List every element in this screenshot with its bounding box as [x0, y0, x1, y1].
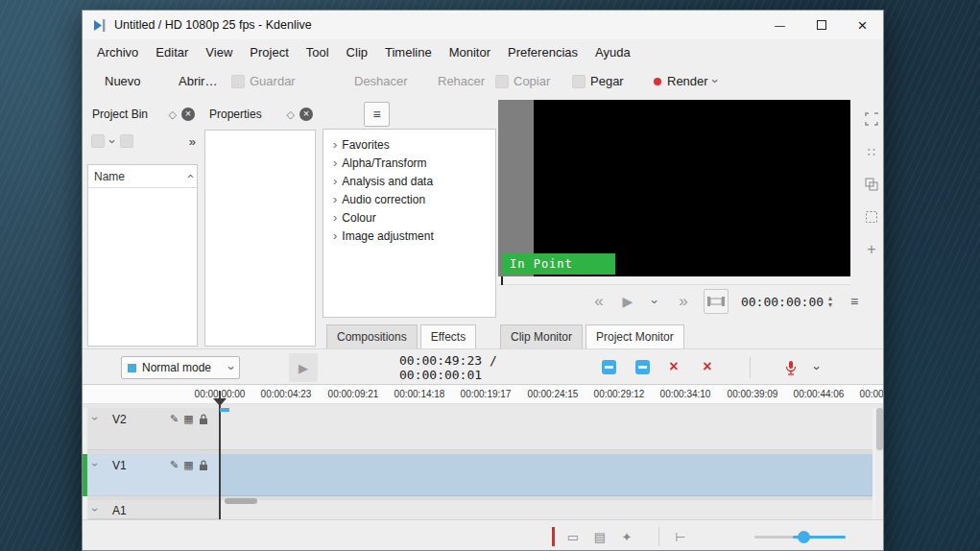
- effect-category-colour[interactable]: › Colour: [323, 208, 495, 227]
- loop-zone-button[interactable]: [704, 289, 729, 314]
- menu-tool[interactable]: Tool: [298, 39, 338, 65]
- minimize-button[interactable]: —: [759, 11, 801, 39]
- timeline-zone-in-marker: [220, 408, 229, 412]
- save-button[interactable]: Guardar: [231, 65, 296, 97]
- lift-zone-button[interactable]: ×: [700, 356, 715, 377]
- more-options-icon[interactable]: »: [189, 134, 196, 149]
- horizontal-scrollbar[interactable]: [225, 498, 257, 504]
- close-panel-icon[interactable]: ×: [181, 108, 195, 121]
- maximize-button[interactable]: [801, 11, 842, 39]
- monitor-video-area[interactable]: In Point: [498, 100, 850, 276]
- show-markers-button[interactable]: ✦: [614, 524, 639, 549]
- open-button[interactable]: Abrir…: [179, 65, 217, 97]
- copy-icon: [495, 75, 509, 88]
- effect-category-alpha-transform[interactable]: › Alpha/Transform: [323, 154, 495, 172]
- insert-zone-button[interactable]: [602, 360, 616, 374]
- track-thumbnails-icon[interactable]: ▦: [183, 459, 193, 471]
- grid-overlay-button[interactable]: ∷: [862, 142, 881, 161]
- record-track-dropdown[interactable]: ›: [804, 355, 829, 380]
- effect-category-audio-correction[interactable]: › Audio correction: [323, 190, 495, 208]
- tab-effects[interactable]: Effects: [420, 324, 476, 348]
- monitor-position-marker[interactable]: [501, 276, 503, 285]
- float-panel-icon[interactable]: ◇: [169, 108, 177, 121]
- track-effects-icon[interactable]: ✎: [170, 413, 179, 425]
- track-a1-content[interactable]: [220, 500, 872, 519]
- lock-track-icon[interactable]: [199, 414, 208, 425]
- tab-clip-monitor[interactable]: Clip Monitor: [500, 324, 583, 348]
- tab-project-monitor[interactable]: Project Monitor: [586, 324, 684, 348]
- play-icon: ▶: [299, 361, 308, 375]
- timeline-ruler[interactable]: 00:00:00:00 00:00:04:23 00:00:09:21 00:0…: [83, 385, 883, 404]
- name-column-header[interactable]: Name ›: [88, 165, 197, 188]
- add-clip-icon[interactable]: [91, 134, 105, 148]
- menu-editar[interactable]: Editar: [147, 39, 197, 65]
- project-bin-list[interactable]: Name ›: [87, 164, 198, 347]
- rewind-button[interactable]: «: [586, 289, 611, 314]
- close-button[interactable]: ×: [842, 11, 883, 39]
- effect-category-analysis[interactable]: › Analysis and data: [323, 172, 495, 190]
- track-v2-content[interactable]: [220, 408, 872, 450]
- tab-compositions[interactable]: Compositions: [326, 324, 418, 348]
- split-compare-button[interactable]: [862, 175, 881, 194]
- monitor-timecode[interactable]: 00:00:00:00: [740, 289, 825, 314]
- paste-button[interactable]: Pegar: [572, 65, 624, 97]
- show-video-thumbnails-button[interactable]: ▭: [561, 524, 586, 549]
- lock-track-icon[interactable]: [199, 460, 208, 471]
- menu-view[interactable]: View: [197, 39, 241, 65]
- collapse-track-icon[interactable]: ›: [88, 463, 102, 467]
- dots-grid-icon: ∷: [868, 145, 875, 159]
- menu-ayuda[interactable]: Ayuda: [586, 39, 639, 65]
- effects-menu-button[interactable]: ≡: [364, 102, 390, 127]
- safe-zone-button[interactable]: [862, 207, 881, 227]
- play-button[interactable]: ▶: [615, 289, 640, 314]
- titlebar[interactable]: Untitled / HD 1080p 25 fps - Kdenlive — …: [83, 11, 883, 39]
- close-panel-icon[interactable]: ×: [299, 108, 313, 121]
- menu-timeline[interactable]: Timeline: [376, 39, 441, 65]
- effect-category-image-adjustment[interactable]: › Image adjustment: [323, 227, 495, 245]
- track-header-v2[interactable]: › V2 ✎ ▦: [87, 408, 220, 450]
- track-thumbnails-icon[interactable]: ▦: [183, 413, 193, 425]
- fit-zoom-button[interactable]: ⊢: [668, 524, 693, 549]
- new-button[interactable]: Nuevo: [105, 65, 141, 97]
- scrollbar-thumb[interactable]: [876, 408, 883, 450]
- edit-mode-dropdown[interactable]: Normal mode ›: [121, 356, 240, 379]
- menu-preferencias[interactable]: Preferencias: [499, 39, 586, 65]
- record-audio-button[interactable]: [778, 355, 803, 380]
- menu-project[interactable]: Project: [241, 39, 297, 65]
- track-v1-content[interactable]: [220, 454, 872, 496]
- menu-monitor[interactable]: Monitor: [441, 39, 499, 65]
- overwrite-zone-button[interactable]: [635, 360, 650, 374]
- monitor-seek-ruler[interactable]: [498, 276, 850, 285]
- fullscreen-icon: [865, 112, 878, 126]
- track-effects-icon[interactable]: ✎: [170, 459, 179, 471]
- create-folder-icon[interactable]: [120, 134, 133, 148]
- render-button[interactable]: Render: [654, 65, 708, 97]
- track-header-a1[interactable]: › A1: [87, 500, 220, 519]
- menu-clip[interactable]: Clip: [338, 39, 376, 65]
- timeline-play-button[interactable]: ▶: [289, 353, 318, 382]
- chevron-down-icon[interactable]: ›: [106, 139, 120, 143]
- show-audio-thumbnails-button[interactable]: ▤: [587, 524, 612, 549]
- undo-button[interactable]: Deshacer: [354, 65, 408, 97]
- play-options-dropdown[interactable]: ›: [642, 289, 667, 314]
- mode-icon: [128, 364, 136, 372]
- redo-button[interactable]: Rehacer: [438, 65, 485, 97]
- fullscreen-button[interactable]: [862, 109, 881, 129]
- desktop-background: Untitled / HD 1080p 25 fps - Kdenlive — …: [0, 0, 980, 551]
- add-guide-button[interactable]: +: [862, 240, 881, 259]
- menu-archivo[interactable]: Archivo: [88, 39, 147, 65]
- collapse-track-icon[interactable]: ›: [88, 417, 102, 420]
- timecode-spinner[interactable]: ▲ ▼: [825, 289, 836, 314]
- copy-button[interactable]: Copiar: [495, 65, 550, 97]
- extract-zone-button[interactable]: ×: [666, 356, 681, 377]
- float-panel-icon[interactable]: ◇: [287, 108, 295, 121]
- render-dropdown[interactable]: ›: [713, 65, 717, 97]
- zoom-slider-handle[interactable]: [798, 531, 810, 543]
- track-header-v1[interactable]: › V1 ✎ ▦: [87, 454, 220, 496]
- effect-category-favorites[interactable]: › Favorites: [323, 135, 495, 154]
- ruler-label: 00:00:04:23: [261, 389, 312, 399]
- collapse-track-icon[interactable]: ›: [88, 508, 102, 512]
- forward-button[interactable]: »: [671, 289, 696, 314]
- vertical-scrollbar[interactable]: [875, 408, 884, 519]
- chevron-right-icon: ›: [333, 228, 337, 243]
